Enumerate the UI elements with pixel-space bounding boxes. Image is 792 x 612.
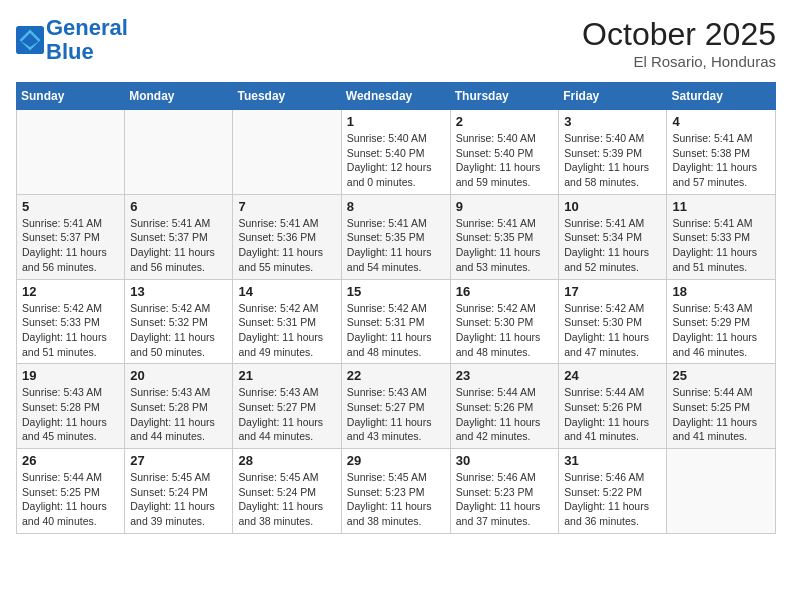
calendar-cell: 29Sunrise: 5:45 AMSunset: 5:23 PMDayligh… [341,449,450,534]
day-info: Sunrise: 5:41 AMSunset: 5:38 PMDaylight:… [672,131,770,190]
calendar-cell: 8Sunrise: 5:41 AMSunset: 5:35 PMDaylight… [341,194,450,279]
calendar-cell: 17Sunrise: 5:42 AMSunset: 5:30 PMDayligh… [559,279,667,364]
location: El Rosario, Honduras [582,53,776,70]
day-number: 11 [672,199,770,214]
day-number: 13 [130,284,227,299]
day-info: Sunrise: 5:45 AMSunset: 5:24 PMDaylight:… [238,470,335,529]
logo-icon [16,26,44,54]
calendar-week-row: 26Sunrise: 5:44 AMSunset: 5:25 PMDayligh… [17,449,776,534]
day-number: 8 [347,199,445,214]
day-number: 15 [347,284,445,299]
calendar-cell: 21Sunrise: 5:43 AMSunset: 5:27 PMDayligh… [233,364,341,449]
day-info: Sunrise: 5:42 AMSunset: 5:32 PMDaylight:… [130,301,227,360]
day-number: 25 [672,368,770,383]
day-number: 9 [456,199,554,214]
day-number: 27 [130,453,227,468]
calendar-cell: 14Sunrise: 5:42 AMSunset: 5:31 PMDayligh… [233,279,341,364]
calendar-cell: 10Sunrise: 5:41 AMSunset: 5:34 PMDayligh… [559,194,667,279]
day-info: Sunrise: 5:44 AMSunset: 5:26 PMDaylight:… [564,385,661,444]
calendar-cell: 15Sunrise: 5:42 AMSunset: 5:31 PMDayligh… [341,279,450,364]
day-info: Sunrise: 5:40 AMSunset: 5:39 PMDaylight:… [564,131,661,190]
calendar-week-row: 19Sunrise: 5:43 AMSunset: 5:28 PMDayligh… [17,364,776,449]
calendar-cell: 6Sunrise: 5:41 AMSunset: 5:37 PMDaylight… [125,194,233,279]
day-info: Sunrise: 5:44 AMSunset: 5:25 PMDaylight:… [672,385,770,444]
calendar-cell: 7Sunrise: 5:41 AMSunset: 5:36 PMDaylight… [233,194,341,279]
calendar-cell: 27Sunrise: 5:45 AMSunset: 5:24 PMDayligh… [125,449,233,534]
logo-text: GeneralBlue [46,16,128,64]
calendar-cell: 18Sunrise: 5:43 AMSunset: 5:29 PMDayligh… [667,279,776,364]
day-number: 1 [347,114,445,129]
calendar-cell [667,449,776,534]
calendar-cell: 22Sunrise: 5:43 AMSunset: 5:27 PMDayligh… [341,364,450,449]
calendar-cell: 28Sunrise: 5:45 AMSunset: 5:24 PMDayligh… [233,449,341,534]
day-number: 21 [238,368,335,383]
day-info: Sunrise: 5:41 AMSunset: 5:36 PMDaylight:… [238,216,335,275]
weekday-header-friday: Friday [559,83,667,110]
calendar-cell [125,110,233,195]
page-header: GeneralBlue October 2025 El Rosario, Hon… [16,16,776,70]
day-number: 20 [130,368,227,383]
day-info: Sunrise: 5:45 AMSunset: 5:24 PMDaylight:… [130,470,227,529]
day-number: 6 [130,199,227,214]
calendar-week-row: 1Sunrise: 5:40 AMSunset: 5:40 PMDaylight… [17,110,776,195]
calendar-cell: 12Sunrise: 5:42 AMSunset: 5:33 PMDayligh… [17,279,125,364]
calendar-body: 1Sunrise: 5:40 AMSunset: 5:40 PMDaylight… [17,110,776,534]
calendar-cell: 31Sunrise: 5:46 AMSunset: 5:22 PMDayligh… [559,449,667,534]
calendar-cell: 25Sunrise: 5:44 AMSunset: 5:25 PMDayligh… [667,364,776,449]
day-number: 3 [564,114,661,129]
calendar-cell: 24Sunrise: 5:44 AMSunset: 5:26 PMDayligh… [559,364,667,449]
day-number: 10 [564,199,661,214]
day-number: 18 [672,284,770,299]
day-number: 2 [456,114,554,129]
day-number: 14 [238,284,335,299]
day-info: Sunrise: 5:43 AMSunset: 5:29 PMDaylight:… [672,301,770,360]
calendar-cell: 16Sunrise: 5:42 AMSunset: 5:30 PMDayligh… [450,279,559,364]
weekday-header-saturday: Saturday [667,83,776,110]
calendar-cell: 4Sunrise: 5:41 AMSunset: 5:38 PMDaylight… [667,110,776,195]
calendar-cell: 30Sunrise: 5:46 AMSunset: 5:23 PMDayligh… [450,449,559,534]
calendar-cell [233,110,341,195]
day-number: 22 [347,368,445,383]
day-info: Sunrise: 5:44 AMSunset: 5:26 PMDaylight:… [456,385,554,444]
day-info: Sunrise: 5:42 AMSunset: 5:31 PMDaylight:… [347,301,445,360]
day-info: Sunrise: 5:40 AMSunset: 5:40 PMDaylight:… [347,131,445,190]
day-number: 19 [22,368,119,383]
calendar-cell: 23Sunrise: 5:44 AMSunset: 5:26 PMDayligh… [450,364,559,449]
day-number: 28 [238,453,335,468]
day-info: Sunrise: 5:41 AMSunset: 5:35 PMDaylight:… [347,216,445,275]
day-number: 16 [456,284,554,299]
day-number: 7 [238,199,335,214]
day-number: 29 [347,453,445,468]
weekday-header-thursday: Thursday [450,83,559,110]
day-info: Sunrise: 5:42 AMSunset: 5:33 PMDaylight:… [22,301,119,360]
day-number: 5 [22,199,119,214]
day-number: 4 [672,114,770,129]
weekday-header-wednesday: Wednesday [341,83,450,110]
day-info: Sunrise: 5:41 AMSunset: 5:34 PMDaylight:… [564,216,661,275]
day-info: Sunrise: 5:41 AMSunset: 5:37 PMDaylight:… [22,216,119,275]
day-number: 24 [564,368,661,383]
day-info: Sunrise: 5:40 AMSunset: 5:40 PMDaylight:… [456,131,554,190]
title-block: October 2025 El Rosario, Honduras [582,16,776,70]
calendar-cell: 13Sunrise: 5:42 AMSunset: 5:32 PMDayligh… [125,279,233,364]
day-info: Sunrise: 5:41 AMSunset: 5:37 PMDaylight:… [130,216,227,275]
calendar-cell: 26Sunrise: 5:44 AMSunset: 5:25 PMDayligh… [17,449,125,534]
logo: GeneralBlue [16,16,128,64]
calendar-cell: 19Sunrise: 5:43 AMSunset: 5:28 PMDayligh… [17,364,125,449]
day-number: 17 [564,284,661,299]
weekday-header-tuesday: Tuesday [233,83,341,110]
calendar-cell: 11Sunrise: 5:41 AMSunset: 5:33 PMDayligh… [667,194,776,279]
day-number: 26 [22,453,119,468]
calendar-week-row: 5Sunrise: 5:41 AMSunset: 5:37 PMDaylight… [17,194,776,279]
calendar-cell: 20Sunrise: 5:43 AMSunset: 5:28 PMDayligh… [125,364,233,449]
day-info: Sunrise: 5:43 AMSunset: 5:27 PMDaylight:… [347,385,445,444]
day-info: Sunrise: 5:42 AMSunset: 5:30 PMDaylight:… [456,301,554,360]
calendar-cell [17,110,125,195]
day-number: 31 [564,453,661,468]
day-number: 23 [456,368,554,383]
calendar-cell: 2Sunrise: 5:40 AMSunset: 5:40 PMDaylight… [450,110,559,195]
month-title: October 2025 [582,16,776,53]
day-info: Sunrise: 5:42 AMSunset: 5:31 PMDaylight:… [238,301,335,360]
calendar-cell: 3Sunrise: 5:40 AMSunset: 5:39 PMDaylight… [559,110,667,195]
day-info: Sunrise: 5:43 AMSunset: 5:28 PMDaylight:… [130,385,227,444]
